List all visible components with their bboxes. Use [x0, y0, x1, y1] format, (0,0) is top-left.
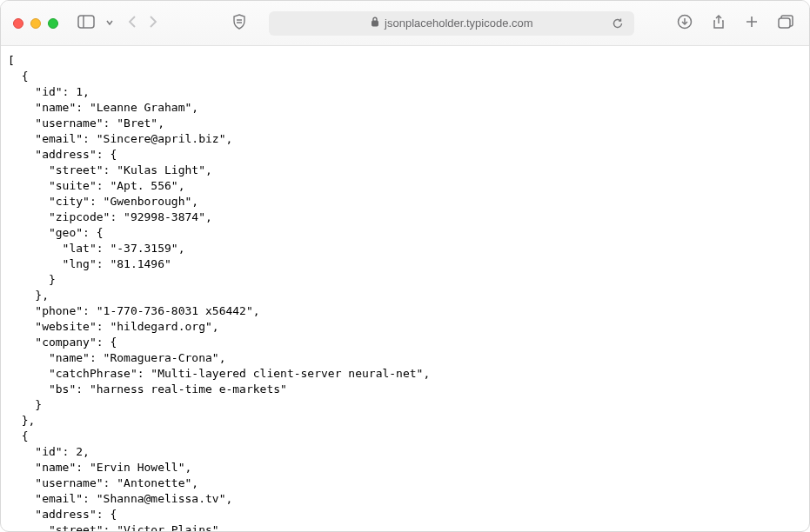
downloads-button[interactable]	[673, 11, 696, 36]
back-button[interactable]	[123, 11, 142, 36]
svg-rect-4	[372, 21, 378, 26]
browser-toolbar: jsonplaceholder.typicode.com	[1, 1, 809, 46]
share-button[interactable]	[708, 11, 729, 36]
svg-rect-10	[779, 18, 790, 28]
new-tab-button[interactable]	[741, 11, 762, 36]
address-bar[interactable]: jsonplaceholder.typicode.com	[269, 11, 634, 36]
svg-rect-0	[78, 16, 94, 28]
zoom-window-button[interactable]	[48, 18, 58, 29]
privacy-report-button[interactable]	[229, 11, 250, 36]
download-icon	[677, 14, 693, 32]
lock-icon	[371, 17, 379, 30]
minimize-window-button[interactable]	[30, 18, 41, 29]
tab-group-menu-button[interactable]	[105, 11, 114, 36]
sidebar-toggle-button[interactable]	[74, 11, 98, 36]
back-icon	[126, 15, 138, 31]
close-window-button[interactable]	[13, 18, 23, 29]
page-content: [ { "id": 1, "name": "Leanne Graham", "u…	[1, 46, 809, 531]
address-bar-url: jsonplaceholder.typicode.com	[385, 17, 533, 30]
tabs-icon	[778, 15, 793, 31]
chevron-down-icon	[105, 17, 114, 30]
forward-button[interactable]	[144, 11, 163, 36]
reload-button[interactable]	[608, 11, 627, 36]
share-icon	[712, 14, 726, 32]
plus-icon	[745, 15, 759, 31]
sidebar-icon	[77, 15, 95, 31]
forward-icon	[147, 15, 159, 31]
tab-overview-button[interactable]	[774, 11, 797, 36]
shield-icon	[232, 14, 246, 32]
window-controls	[13, 18, 58, 29]
json-response-body: [ { "id": 1, "name": "Leanne Graham", "u…	[8, 53, 802, 531]
